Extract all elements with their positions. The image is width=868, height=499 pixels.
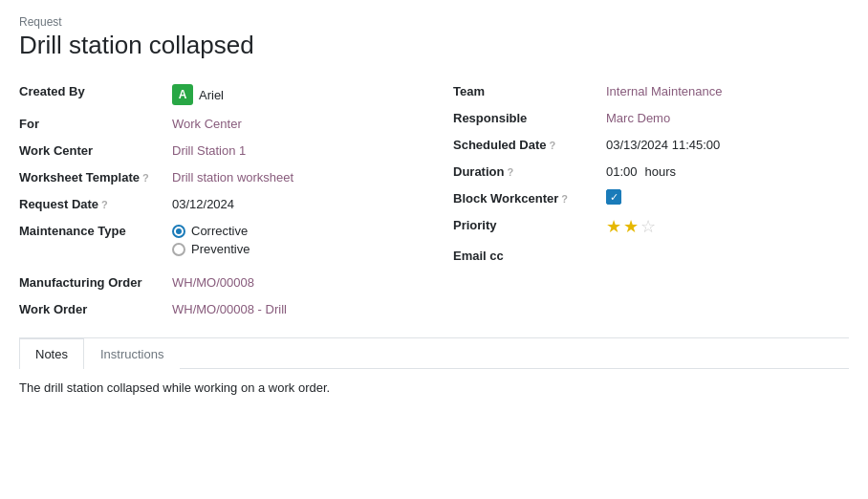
right-form-section: Team Internal Maintenance Responsible Ma…: [453, 77, 849, 322]
email-cc-label: Email cc: [453, 247, 606, 263]
manufacturing-order-row: Manufacturing Order WH/MO/00008: [19, 269, 415, 295]
block-workcenter-label: Block Workcenter ?: [453, 189, 606, 206]
work-center-value[interactable]: Drill Station 1: [172, 141, 415, 158]
tab-instructions[interactable]: Instructions: [84, 338, 180, 369]
maintenance-type-label: Maintenance Type: [19, 222, 172, 238]
maintenance-type-options: Corrective Preventive: [172, 222, 250, 256]
work-order-row: Work Order WH/MO/00008 - Drill: [19, 295, 415, 322]
manufacturing-order-label: Manufacturing Order: [19, 273, 172, 290]
created-by-name: Ariel: [199, 88, 224, 102]
note-text: The drill station collapsed while workin…: [19, 380, 849, 395]
responsible-label: Responsible: [453, 109, 606, 125]
team-value[interactable]: Internal Maintenance: [606, 82, 849, 98]
radio-preventive[interactable]: Preventive: [172, 242, 250, 256]
created-by-label: Created By: [19, 82, 172, 98]
team-label: Team: [453, 82, 606, 98]
page-subtitle: Request: [19, 15, 849, 29]
for-label: For: [19, 115, 172, 131]
created-by-value: A Ariel: [172, 82, 224, 105]
duration-value-group: 01:00 hours: [606, 163, 676, 179]
duration-row: Duration ? 01:00 hours: [453, 158, 849, 184]
scheduled-date-value: 03/13/2024 11:45:00: [606, 136, 849, 152]
star-2[interactable]: ★: [623, 216, 639, 237]
for-value[interactable]: Work Center: [172, 115, 415, 131]
request-date-label: Request Date ?: [19, 195, 172, 211]
radio-preventive-label: Preventive: [191, 242, 250, 256]
work-order-value[interactable]: WH/MO/00008 - Drill: [172, 300, 415, 316]
radio-preventive-circle: [172, 243, 185, 256]
request-date-value: 03/12/2024: [172, 195, 415, 211]
tab-bar: Notes Instructions: [19, 338, 849, 369]
scheduled-date-help-icon[interactable]: ?: [550, 140, 556, 151]
work-center-row: Work Center Drill Station 1: [19, 137, 415, 163]
email-cc-row: Email cc: [453, 242, 849, 269]
responsible-value[interactable]: Marc Demo: [606, 109, 849, 125]
responsible-row: Responsible Marc Demo: [453, 104, 849, 131]
block-workcenter-help-icon[interactable]: ?: [561, 193, 568, 205]
priority-row: Priority ★ ★ ☆: [453, 211, 849, 242]
duration-unit: hours: [645, 163, 677, 179]
star-1[interactable]: ★: [606, 216, 621, 237]
manufacturing-order-value[interactable]: WH/MO/00008: [172, 273, 415, 290]
work-order-label: Work Order: [19, 300, 172, 316]
work-center-label: Work Center: [19, 141, 172, 158]
radio-corrective-label: Corrective: [191, 224, 248, 238]
for-row: For Work Center: [19, 110, 415, 137]
checkmark-icon: ✓: [610, 191, 618, 204]
worksheet-template-row: Worksheet Template ? Drill station works…: [19, 163, 415, 190]
scheduled-date-label: Scheduled Date ?: [453, 136, 606, 152]
worksheet-template-help-icon[interactable]: ?: [142, 172, 149, 184]
avatar: A: [172, 84, 193, 105]
worksheet-template-value[interactable]: Drill station worksheet: [172, 168, 415, 184]
block-workcenter-checkbox[interactable]: ✓: [606, 189, 621, 205]
duration-help-icon[interactable]: ?: [507, 166, 513, 178]
block-workcenter-row: Block Workcenter ? ✓: [453, 184, 849, 211]
scheduled-date-row: Scheduled Date ? 03/13/2024 11:45:00: [453, 131, 849, 158]
priority-stars[interactable]: ★ ★ ☆: [606, 216, 656, 237]
request-date-row: Request Date ? 03/12/2024: [19, 190, 415, 217]
created-by-row: Created By A Ariel: [19, 77, 415, 110]
request-date-help-icon[interactable]: ?: [101, 199, 108, 210]
worksheet-template-label: Worksheet Template ?: [19, 168, 172, 184]
duration-label: Duration ?: [453, 163, 606, 179]
radio-corrective[interactable]: Corrective: [172, 224, 250, 238]
tab-notes[interactable]: Notes: [19, 338, 84, 369]
star-3[interactable]: ☆: [640, 216, 656, 237]
duration-value: 01:00: [606, 163, 638, 179]
maintenance-type-row: Maintenance Type Corrective Preventive: [19, 217, 415, 261]
email-cc-value[interactable]: [606, 247, 849, 249]
page-title: Drill station collapsed: [19, 31, 849, 60]
radio-corrective-circle: [172, 225, 185, 238]
team-row: Team Internal Maintenance: [453, 77, 849, 104]
priority-label: Priority: [453, 216, 606, 232]
tab-content-notes: The drill station collapsed while workin…: [19, 369, 849, 395]
left-form-section: Created By A Ariel For Work Center Work …: [19, 77, 415, 322]
